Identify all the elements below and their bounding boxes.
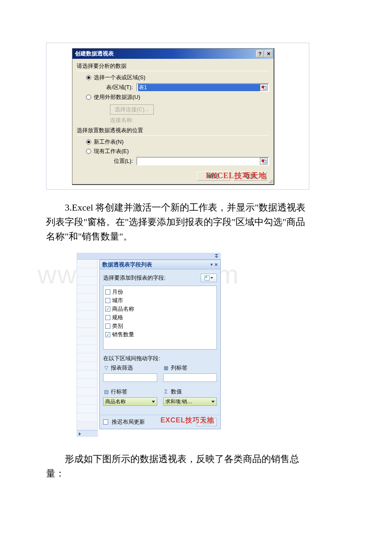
defer-layout-label: 推迟布局更新 <box>112 418 145 426</box>
radio-select-range[interactable]: 选择一个表或区域(S) <box>86 74 269 81</box>
choose-fields-label: 选择要添加到报表的字段: <box>103 274 166 282</box>
drag-fields-label: 在以下区域间拖动字段: <box>103 355 217 362</box>
filter-icon: ▽ <box>103 365 109 371</box>
body-text-result: 形成如下图所示的数据透视表，反映了各类商品的销售总量： <box>46 452 310 481</box>
radio-existing-worksheet-label: 现有工作表(E) <box>94 147 129 155</box>
resize-grip-icon[interactable] <box>268 178 273 183</box>
checkbox-icon[interactable] <box>105 315 110 320</box>
pane-title: 数据透视表字段列表 <box>102 261 152 269</box>
radio-icon <box>86 139 91 145</box>
connection-name-label: 连接名称: <box>110 116 269 124</box>
group-location-label: 选择放置数据透视表的位置 <box>77 127 269 134</box>
area-report-filter-header: ▽ 报表筛选 <box>103 364 157 372</box>
layout-options-button[interactable] <box>201 274 217 282</box>
checkbox-icon[interactable] <box>105 289 110 295</box>
rows-icon: ▤ <box>103 389 109 395</box>
update-button: 更新 <box>196 418 217 426</box>
pivottable-field-list-pane: 数据透视表字段列表 ▾ × 选择要添加到报表的字段: 月份 城市 ✓ <box>99 260 221 429</box>
checkbox-icon[interactable]: ✓ <box>105 332 110 337</box>
field-list: 月份 城市 ✓ 商品名称 规格 类别 ✓ 销售数量 <box>103 286 217 350</box>
field-city[interactable]: 城市 <box>105 296 215 305</box>
sigma-icon: Σ <box>163 389 169 395</box>
area-label: 行标签 <box>111 388 127 396</box>
field-label: 月份 <box>112 288 123 296</box>
dialog-screenshot-container: 创建数据透视表 ? ✕ 请选择要分析的数据 选择一个表或区域(S) 表/区域(T… <box>46 43 309 190</box>
radio-icon <box>86 95 91 100</box>
field-month[interactable]: 月份 <box>105 288 215 296</box>
pane-titlebar: 数据透视表字段列表 ▾ × <box>100 260 220 269</box>
radio-external-source-label: 使用外部数据源(U) <box>94 93 140 101</box>
help-icon[interactable]: ? <box>256 50 264 57</box>
radio-icon <box>86 149 91 154</box>
collapse-dialog-icon[interactable] <box>260 84 268 91</box>
area-values-header: Σ 数值 <box>163 388 217 396</box>
field-label: 规格 <box>112 314 123 321</box>
checkbox-icon[interactable] <box>105 324 110 329</box>
dialog-title: 创建数据透视表 <box>75 50 114 58</box>
chevron-down-icon <box>210 277 213 279</box>
value-field-item[interactable]: 求和项:销… <box>163 397 217 406</box>
area-label: 数值 <box>171 388 182 396</box>
radio-existing-worksheet[interactable]: 现有工作表(E) <box>86 147 269 155</box>
collapse-dialog-icon[interactable] <box>260 158 268 165</box>
field-sales-qty[interactable]: ✓ 销售数量 <box>105 330 215 339</box>
area-report-filter-drop[interactable] <box>103 373 157 382</box>
range-label: 表/区域(T): <box>98 84 133 91</box>
field-product-name[interactable]: ✓ 商品名称 <box>105 305 215 313</box>
pane-close-icon[interactable]: × <box>214 261 218 268</box>
pane-menu-icon[interactable]: ▾ <box>210 262 213 267</box>
fieldlist-screenshot-container: 数据透视表字段列表 ▾ × 选择要添加到报表的字段: 月份 城市 ✓ <box>77 253 221 437</box>
choose-connection-button: 选择连接(C)... <box>110 104 154 115</box>
ok-button[interactable]: 确定 <box>197 171 230 181</box>
close-icon[interactable]: ✕ <box>265 50 272 57</box>
area-column-labels-drop[interactable] <box>163 373 217 382</box>
field-label: 销售数量 <box>112 331 134 338</box>
row-field-label: 商品名称 <box>105 398 126 405</box>
expand-ribbon-icon[interactable] <box>214 254 219 259</box>
area-label: 列标签 <box>171 364 187 372</box>
range-input[interactable]: 表1 <box>136 83 269 92</box>
row-field-item[interactable]: 商品名称 <box>103 397 157 406</box>
location-label: 位置(L): <box>98 157 133 165</box>
cancel-button[interactable]: 取消 <box>233 171 267 181</box>
value-field-label: 求和项:销… <box>165 398 192 405</box>
checkbox-icon[interactable] <box>105 298 110 303</box>
area-label: 报表筛选 <box>111 364 133 372</box>
group-data-source-label: 请选择要分析的数据 <box>77 62 269 70</box>
chevron-down-icon <box>152 401 155 403</box>
field-spec[interactable]: 规格 <box>105 313 215 322</box>
ribbon-collapse-bar <box>77 253 221 260</box>
area-column-labels-header: ▦ 列标签 <box>163 364 217 372</box>
layout-icon <box>205 275 210 280</box>
columns-icon: ▦ <box>163 365 169 371</box>
area-row-labels-header: ▤ 行标签 <box>103 388 157 396</box>
body-text-step3: 3.Excel 将创建并激活一个新的工作表，并显示"数据透视表列表字段"窗格。在… <box>46 200 306 244</box>
location-input[interactable] <box>136 157 269 165</box>
dialog-titlebar: 创建数据透视表 ? ✕ <box>72 49 274 59</box>
field-label: 商品名称 <box>112 305 134 313</box>
sheet-scroll-first-icon[interactable] <box>77 430 97 437</box>
range-input-value: 表1 <box>138 84 260 91</box>
field-category[interactable]: 类别 <box>105 322 215 330</box>
radio-external-source[interactable]: 使用外部数据源(U) <box>86 93 269 101</box>
radio-new-worksheet-label: 新工作表(N) <box>94 138 124 146</box>
create-pivottable-dialog: 创建数据透视表 ? ✕ 请选择要分析的数据 选择一个表或区域(S) 表/区域(T… <box>72 48 274 185</box>
radio-new-worksheet[interactable]: 新工作表(N) <box>86 138 269 146</box>
checkbox-icon[interactable]: ✓ <box>105 306 110 312</box>
radio-icon <box>86 75 91 80</box>
defer-layout-checkbox[interactable] <box>103 419 108 425</box>
radio-select-range-label: 选择一个表或区域(S) <box>94 74 145 81</box>
field-label: 城市 <box>112 297 123 304</box>
field-label: 类别 <box>112 322 123 330</box>
chevron-down-icon <box>211 401 215 403</box>
worksheet-row-rail <box>77 260 98 437</box>
